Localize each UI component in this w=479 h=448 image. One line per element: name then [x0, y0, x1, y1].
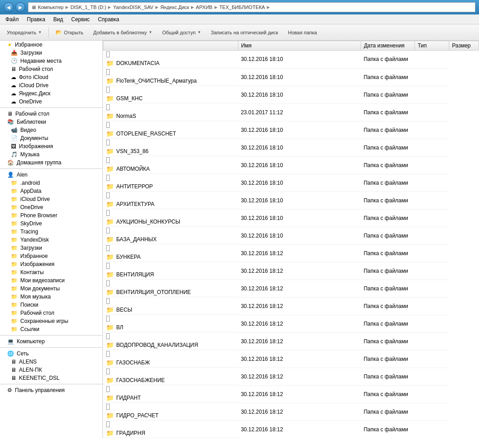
date-column-header[interactable]: Дата изменения — [361, 41, 414, 51]
table-row[interactable]: 📁ГИДРАНТ30.12.2016 18:12Папка с файлами — [103, 385, 479, 403]
row-checkbox-cell[interactable] — [103, 403, 112, 411]
table-row[interactable]: 📁АУКЦИОНЫ_КОНКУРСЫ30.12.2016 18:10Папка … — [103, 209, 479, 227]
row-checkbox-cell[interactable] — [103, 209, 112, 217]
row-checkbox[interactable] — [106, 87, 110, 93]
table-row[interactable]: 📁ГРАДИРНЯ30.12.2016 18:12Папка с файлами — [103, 420, 479, 438]
sidebar-item-onedrive[interactable]: ☁ OneDrive — [0, 98, 102, 106]
row-checkbox-cell[interactable] — [103, 156, 112, 164]
row-checkbox[interactable] — [106, 140, 110, 145]
size-column-header[interactable]: Размер — [449, 41, 479, 51]
add-to-library-button[interactable]: Добавить в библиотеку ▼ — [89, 28, 157, 37]
sidebar-item-skydrive[interactable]: 📁 SkyDrive — [0, 219, 102, 228]
row-checkbox-cell[interactable] — [103, 51, 112, 59]
table-row[interactable]: 📁GSM_КНС30.12.2016 18:10Папка с файлами — [103, 86, 479, 103]
row-checkbox[interactable] — [106, 351, 110, 357]
menu-service[interactable]: Сервис — [68, 15, 93, 23]
table-row[interactable]: 📁DOKUMENTACIA30.12.2016 18:10Папка с фай… — [103, 51, 479, 69]
open-button[interactable]: 📂 Открыть — [51, 28, 87, 37]
menu-help[interactable]: Справка — [94, 15, 123, 23]
row-checkbox[interactable] — [106, 175, 110, 181]
sidebar-item-android[interactable]: 📁 .android — [0, 179, 102, 187]
table-row[interactable]: 📁ВЕНТИЛЯЦИЯ_ОТОПЛЕНИЕ30.12.2016 18:12Пап… — [103, 280, 479, 297]
share-button[interactable]: Общий доступ ▼ — [158, 28, 205, 37]
burn-button[interactable]: Записать на оптический диск — [207, 28, 282, 37]
row-checkbox[interactable] — [106, 245, 110, 251]
table-row[interactable]: 📁АРХИТЕКТУРА30.12.2016 18:10Папка с файл… — [103, 191, 479, 209]
row-checkbox[interactable] — [106, 421, 110, 427]
organize-button[interactable]: Упорядочить ▼ — [3, 28, 46, 37]
sidebar-item-my-docs[interactable]: 📁 Мои документы — [0, 285, 102, 293]
sidebar-item-onedrive-alen[interactable]: 📁 OneDrive — [0, 203, 102, 211]
row-checkbox[interactable] — [106, 157, 110, 163]
table-row[interactable]: 📁NormaS23.01.2017 11:12Папка с файлами — [103, 103, 479, 121]
table-row[interactable]: 📁ВЕСЫ30.12.2016 18:12Папка с файлами — [103, 297, 479, 315]
sidebar-item-network[interactable]: 🌐 Сеть — [0, 350, 102, 358]
row-checkbox-cell[interactable] — [103, 139, 112, 147]
row-checkbox[interactable] — [106, 69, 110, 75]
sidebar-item-tracing[interactable]: 📁 Tracing — [0, 228, 102, 236]
sidebar-item-my-music[interactable]: 📁 Моя музыка — [0, 293, 102, 301]
row-checkbox-cell[interactable] — [103, 68, 112, 76]
table-row[interactable]: 📁OTOPLENIE_RASCHET30.12.2016 18:10Папка … — [103, 121, 479, 139]
row-checkbox-cell[interactable] — [103, 262, 112, 270]
row-checkbox-cell[interactable] — [103, 332, 112, 341]
sidebar-item-icloud-alen[interactable]: 📁 iCloud Drive — [0, 195, 102, 203]
sidebar-item-docs[interactable]: 📄 Документы — [0, 134, 102, 142]
table-row[interactable]: 📁VSN_353_8630.12.2016 18:10Папка с файла… — [103, 139, 479, 156]
address-bar[interactable]: 🖥 Компьютер ▶ DISK_1_TB (D:) ▶ YandexDIS… — [28, 2, 475, 12]
row-checkbox[interactable] — [106, 404, 110, 410]
row-checkbox-cell[interactable] — [103, 297, 112, 305]
row-checkbox[interactable] — [106, 228, 110, 233]
row-checkbox[interactable] — [106, 122, 110, 128]
file-list[interactable]: Имя Дата изменения Тип Размер 📁DOKUMENTA… — [103, 41, 479, 438]
new-folder-button[interactable]: Новая папка — [284, 28, 321, 37]
row-checkbox-cell[interactable] — [103, 86, 112, 94]
forward-button[interactable]: ▶ — [15, 2, 25, 12]
row-checkbox[interactable] — [106, 280, 110, 286]
sidebar-item-icloud-drive[interactable]: ☁ iCloud Drive — [0, 81, 102, 89]
sidebar-item-images[interactable]: 🖼 Изображения — [0, 142, 102, 150]
table-row[interactable]: 📁БУНКЕРА30.12.2016 18:12Папка с файлами — [103, 244, 479, 262]
sidebar-item-contacts[interactable]: 📁 Контакты — [0, 268, 102, 276]
row-checkbox[interactable] — [106, 333, 110, 339]
sidebar-item-favorites-alen[interactable]: 📁 Избранное — [0, 252, 102, 260]
sidebar-item-downloads[interactable]: 📥 Загрузки — [0, 49, 102, 57]
table-row[interactable]: 📁ГАЗОСНАБЖ30.12.2016 18:12Папка с файлам… — [103, 350, 479, 368]
row-checkbox[interactable] — [106, 298, 110, 304]
sidebar-item-alen[interactable]: 👤 Alen — [0, 171, 102, 179]
row-checkbox-cell[interactable] — [103, 174, 112, 182]
row-checkbox-cell[interactable] — [103, 280, 112, 288]
back-button[interactable]: ◀ — [4, 2, 14, 12]
row-checkbox[interactable] — [106, 386, 110, 392]
sidebar-item-desktop[interactable]: 🖥 Рабочий стол — [0, 65, 102, 73]
row-checkbox[interactable] — [106, 263, 110, 269]
row-checkbox[interactable] — [106, 316, 110, 322]
row-checkbox-cell[interactable] — [103, 368, 112, 376]
row-checkbox[interactable] — [106, 192, 110, 198]
table-row[interactable]: 📁БАЗА_ДАННЫХ30.12.2016 18:10Папка с файл… — [103, 227, 479, 244]
sidebar-item-appdata[interactable]: 📁 AppData — [0, 187, 102, 195]
row-checkbox-cell[interactable] — [103, 121, 112, 129]
row-checkbox-cell[interactable] — [103, 103, 112, 112]
row-checkbox[interactable] — [106, 210, 110, 216]
row-checkbox-cell[interactable] — [103, 420, 112, 429]
sidebar-item-yandex-disk[interactable]: ☁ Яндекс.Диск — [0, 89, 102, 98]
menu-file[interactable]: Файл — [2, 15, 23, 23]
table-row[interactable]: 📁АВТОМОЙКА30.12.2016 18:10Папка с файлам… — [103, 156, 479, 174]
sidebar-item-alens[interactable]: 🖥 ALENS — [0, 358, 102, 366]
sidebar-item-music[interactable]: 🎵 Музыка — [0, 150, 102, 159]
sidebar-item-keenetic[interactable]: 🖥 KEENETIC_DSL — [0, 374, 102, 382]
row-checkbox-cell[interactable] — [103, 227, 112, 235]
menu-view[interactable]: Вид — [50, 15, 67, 23]
sidebar-item-desktop-alen[interactable]: 📁 Рабочий стол — [0, 309, 102, 317]
row-checkbox[interactable] — [106, 104, 110, 110]
row-checkbox-cell[interactable] — [103, 315, 112, 323]
sidebar-item-yandexdisk[interactable]: 📁 YandexDisk — [0, 236, 102, 244]
table-row[interactable]: 📁ВЛ30.12.2016 18:12Папка с файлами — [103, 315, 479, 332]
sidebar-item-downloads-alen[interactable]: 📁 Загрузки — [0, 244, 102, 252]
sidebar-item-control-panel[interactable]: ⚙ Панель управления — [0, 386, 102, 394]
table-row[interactable]: 📁ГАЗОСНАБЖЕНИЕ30.12.2016 18:12Папка с фа… — [103, 368, 479, 385]
row-checkbox-cell[interactable] — [103, 385, 112, 393]
sidebar-item-libraries[interactable]: 📚 Библиотеки — [0, 118, 102, 126]
table-row[interactable]: 📁АНТИТЕРРОР30.12.2016 18:10Папка с файла… — [103, 174, 479, 191]
